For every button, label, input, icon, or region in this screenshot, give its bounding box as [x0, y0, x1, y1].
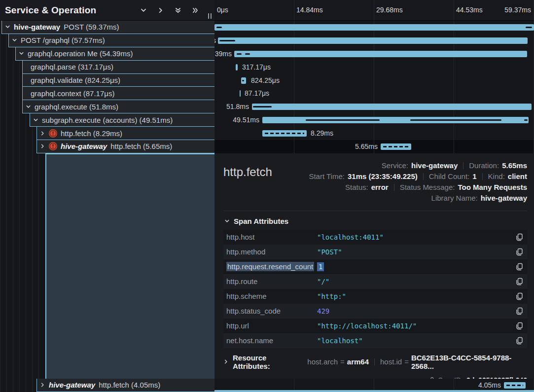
operation-label: POST (59.37ms): [64, 23, 119, 31]
attribute-value: "http:": [317, 292, 516, 300]
duration-label: 51.8ms: [219, 100, 249, 113]
span-bar[interactable]: [262, 130, 307, 137]
meta-value-start-time: 31ms (23:35:49.225): [348, 172, 418, 180]
operation-label: graphql.execute (51.8ms): [35, 103, 118, 111]
selected-span-highlight-box[interactable]: [45, 153, 214, 379]
span-bar-row[interactable]: 824.25μs: [214, 74, 534, 87]
copy-icon[interactable]: [516, 292, 523, 300]
copy-icon[interactable]: [516, 278, 523, 285]
attribute-key: http.status_code: [226, 307, 317, 315]
duration-label: 54.39ms: [214, 47, 232, 61]
chevron-down-icon[interactable]: [5, 24, 10, 30]
attribute-value: "POST": [317, 248, 516, 256]
collapse-all-icon[interactable]: [175, 7, 181, 14]
copy-icon[interactable]: [516, 233, 523, 241]
copy-icon[interactable]: [516, 337, 523, 345]
span-bar[interactable]: [240, 90, 241, 97]
chevron-down-icon[interactable]: [19, 51, 24, 56]
operation-label: graphql.parse (317.17μs): [31, 63, 113, 71]
span-bar-row[interactable]: 8.29ms: [214, 127, 534, 140]
resource-value: BC62E13B-C4CC-5854-9788-2568...: [411, 354, 527, 370]
timeline-rows: 57.57ms 54.39ms 317.17μs 824.25μs 87.17μ…: [214, 21, 534, 153]
span-bar-row[interactable]: 317.17μs: [214, 61, 534, 74]
tree-row-graphql-context[interactable]: graphql.context (87.17μs): [22, 87, 214, 100]
span-bar[interactable]: [236, 64, 238, 71]
span-bar-row[interactable]: [214, 21, 534, 34]
tree-row-http-fetch-5-selected[interactable]: hive-gateway http.fetch (5.65ms): [36, 140, 214, 153]
chevron-right-icon[interactable]: [40, 382, 45, 388]
duration-label: 57.57ms: [214, 34, 216, 47]
chevron-down-icon[interactable]: [12, 37, 17, 43]
service-name: hive-gateway: [49, 381, 95, 389]
tree-row-http-fetch-8[interactable]: http.fetch (8.29ms): [36, 127, 214, 140]
meta-value-status-message: Too Many Requests: [458, 183, 527, 191]
tree-row-http-fetch-4[interactable]: hive-gateway http.fetch (4.05ms): [36, 379, 214, 392]
tree-row-graphql-validate[interactable]: graphql.validate (824.25μs): [22, 74, 214, 87]
equals-sign: =: [404, 357, 409, 366]
chevron-right-icon[interactable]: [40, 143, 45, 149]
attribute-key: http.url: [226, 321, 317, 330]
expand-all-icon[interactable]: [192, 7, 199, 14]
span-bar[interactable]: [262, 117, 529, 123]
span-bar[interactable]: [218, 37, 528, 44]
resource-attributes-title: Resource Attributes:: [233, 354, 301, 370]
expand-one-icon[interactable]: [157, 7, 164, 14]
tree-row-graphql-parse[interactable]: graphql.parse (317.17μs): [22, 61, 214, 74]
tree-row-graphql-operation[interactable]: graphql.operation Me (54.39ms): [15, 47, 214, 61]
attribute-row[interactable]: http.host "localhost:4011": [223, 230, 527, 245]
span-attributes-header[interactable]: Span Attributes: [224, 217, 527, 225]
span-bar-row[interactable]: 51.8ms: [214, 100, 534, 113]
span-bar-row[interactable]: 87.17μs: [214, 87, 534, 100]
attribute-row[interactable]: http.method "POST": [223, 245, 527, 259]
timeline-panel: 0μs 14.84ms 29.68ms 44.53ms 59.37ms 57.5…: [214, 0, 534, 392]
tree-row-hive-gateway-post[interactable]: hive-gateway POST (59.37ms): [1, 21, 214, 34]
span-bar-row[interactable]: 57.57ms: [214, 34, 534, 47]
operation-label: graphql.context (87.17μs): [31, 89, 114, 98]
meta-value-service: hive-gateway: [411, 161, 458, 170]
meta-label: Start Time:: [309, 172, 345, 180]
chevron-down-icon[interactable]: [26, 104, 31, 109]
attribute-row-selected[interactable]: http.request.resend_count 1: [223, 259, 527, 274]
attribute-row[interactable]: http.scheme "http:": [223, 289, 527, 304]
panel-resize-handle[interactable]: [208, 13, 212, 19]
operation-label: http.fetch (5.65ms): [110, 142, 172, 150]
copy-icon[interactable]: [516, 307, 523, 315]
span-bar[interactable]: [234, 51, 527, 57]
span-bar[interactable]: [214, 24, 534, 31]
attribute-value: "localhost": [317, 337, 516, 345]
copy-icon[interactable]: [516, 263, 523, 271]
span-bar[interactable]: [381, 143, 411, 150]
collapse-one-icon[interactable]: [140, 7, 147, 14]
span-bar[interactable]: [252, 104, 532, 110]
error-icon: [49, 142, 57, 150]
attribute-key: http.host: [226, 233, 317, 241]
attribute-row[interactable]: http.route "/": [223, 274, 527, 289]
attribute-row[interactable]: net.host.name "localhost": [223, 333, 527, 348]
operation-label: http.fetch (8.29ms): [61, 129, 122, 138]
timeline-header: 0μs 14.84ms 29.68ms 44.53ms 59.37ms: [214, 0, 534, 21]
service-name: hive-gateway: [61, 142, 107, 150]
copy-icon[interactable]: [516, 322, 523, 330]
tree-row-graphql-execute[interactable]: graphql.execute (51.8ms): [22, 100, 214, 113]
duration-label: 8.29ms: [311, 127, 333, 140]
copy-icon[interactable]: [516, 248, 523, 256]
tree-row-subgraph-execute[interactable]: subgraph.execute (accounts) (49.51ms): [30, 113, 214, 127]
chevron-down-icon[interactable]: [33, 117, 38, 123]
span-bar[interactable]: [241, 77, 246, 84]
meta-value-library-name: hive-gateway: [481, 194, 527, 202]
tick-label: 29.68ms: [376, 6, 403, 14]
span-bar-row-selected[interactable]: 5.65ms: [214, 140, 534, 153]
service-name: hive-gateway: [14, 23, 60, 31]
span-bar-row[interactable]: 54.39ms: [214, 47, 534, 61]
resource-key: host.id: [380, 357, 402, 366]
span-bar-row[interactable]: 49.51ms: [214, 113, 534, 127]
tree-row-post-graphql[interactable]: POST /graphql (57.57ms): [8, 34, 214, 47]
operation-label: subgraph.execute (accounts) (49.51ms): [42, 116, 173, 124]
attribute-key: net.host.name: [226, 336, 317, 345]
chevron-right-icon[interactable]: [40, 131, 45, 136]
resource-attributes-row[interactable]: Resource Attributes: host.arch = arm64 h…: [223, 354, 527, 370]
span-bar[interactable]: [504, 382, 526, 389]
operation-label: graphql.validate (824.25μs): [31, 76, 120, 84]
attribute-row[interactable]: http.url "http://localhost:4011/": [223, 319, 527, 333]
attribute-row[interactable]: http.status_code 429: [223, 304, 527, 319]
